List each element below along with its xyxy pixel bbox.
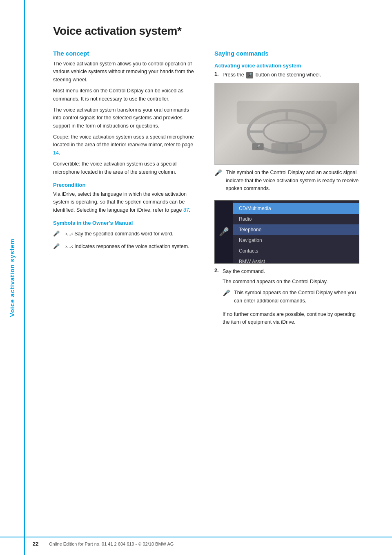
step-1-text: Press the 🎤 button on the steering wheel… <box>223 71 321 79</box>
sidebar-label: Voice activation system <box>0 0 24 555</box>
footer-text: Online Edition for Part no. 01 41 2 604 … <box>49 542 174 546</box>
main-content: Voice activation system* The concept The… <box>53 25 359 330</box>
step-2: 2. Say the command. <box>214 268 359 275</box>
symbol-text-2: ›...‹ Indicates responses of the voice a… <box>65 243 189 251</box>
menu-items-list: CD/Multimedia Radio Telephone Navigation… <box>233 201 359 263</box>
step-2-text: Say the command. <box>223 268 265 275</box>
concept-para-1: The voice activation system allows you t… <box>53 60 198 84</box>
page-number: 22 <box>33 541 45 547</box>
symbol-block-2: 🎤 This symbol appears on the Control Dis… <box>223 289 359 308</box>
menu-item-telephone: Telephone <box>233 224 359 235</box>
menu-item-cd: CD/Multimedia <box>233 203 359 214</box>
menu-item-radio: Radio <box>233 214 359 224</box>
menu-item-contacts: Contacts <box>233 246 359 256</box>
svg-text:🎤: 🎤 <box>256 145 261 150</box>
sidebar-text: Voice activation system <box>9 238 16 317</box>
symbol-block-1: 🎤 This symbol on the Control Display and… <box>214 169 359 196</box>
symbol-desc-1: This symbol on the Control Display and a… <box>226 169 359 192</box>
car-interior-svg: 🎤 <box>229 92 344 156</box>
symbol-text-1: ›...‹ Say the specified commands word fo… <box>65 230 174 238</box>
concept-para-4: Coupe: the voice activation system uses … <box>53 133 198 157</box>
menu-screenshot: 🎤 CD/Multimedia Radio Telephone Navigati… <box>214 200 359 264</box>
left-column: The concept The voice activation system … <box>53 50 198 330</box>
concept-para-3: The voice activation system transforms y… <box>53 106 198 130</box>
menu-mic-icon: 🎤 <box>219 227 229 237</box>
right-column: Saying commands Activating voice activat… <box>214 50 359 330</box>
step-2-para-1: The command appears on the Control Displ… <box>223 278 359 286</box>
symbol-row-2: 🎤 ›...‹ Indicates responses of the voice… <box>53 243 198 254</box>
link-page-87[interactable]: 87 <box>183 207 189 213</box>
svg-rect-9 <box>272 143 302 153</box>
svg-rect-6 <box>237 101 337 124</box>
mic-icon-2b: 🎤 <box>223 289 231 297</box>
concept-para-5: Convertible: the voice activation system… <box>53 160 198 176</box>
precondition-text: Via iDrive, select the language in which… <box>53 190 198 214</box>
concept-heading: The concept <box>53 50 198 57</box>
car-interior-image: 🎤 <box>214 83 359 165</box>
mic-icon-display: 🎤 <box>214 169 223 177</box>
step-2-para-3: If no further commands are possible, con… <box>223 311 359 327</box>
step-1-num: 1. <box>214 71 220 79</box>
symbols-heading: Symbols in the Owner's Manual <box>53 220 198 226</box>
symbol-row-1: 🎤 ›...‹ Say the specified commands word … <box>53 230 198 241</box>
steering-wheel-button: 🎤 <box>246 72 253 78</box>
saying-heading: Saying commands <box>214 50 359 57</box>
precondition-heading: Precondition <box>53 182 198 188</box>
menu-left-icon: 🎤 <box>215 201 233 263</box>
car-interior-inner: 🎤 <box>215 83 359 164</box>
activating-subheading: Activating voice activation system <box>214 63 359 69</box>
mic-icon-1: 🎤 <box>53 230 63 237</box>
page-wrapper: Voice activation system Voice activation… <box>0 0 392 555</box>
step-1: 1. Press the 🎤 button on the steering wh… <box>214 71 359 79</box>
page-title: Voice activation system* <box>53 25 359 38</box>
step-2-num: 2. <box>214 268 220 275</box>
concept-para-2: Most menu items on the Control Display c… <box>53 87 198 103</box>
two-column-layout: The concept The voice activation system … <box>53 50 359 330</box>
link-page-14[interactable]: 14 <box>53 150 59 156</box>
footer: 22 Online Edition for Part no. 01 41 2 6… <box>0 537 392 547</box>
mic-icon-2: 🎤 <box>53 243 63 249</box>
symbols-section: 🎤 ›...‹ Say the specified commands word … <box>53 230 198 254</box>
step-2-para-2: This symbol appears on the Control Displ… <box>234 289 359 305</box>
menu-item-bmw-assist: BMW Assist <box>233 256 359 264</box>
menu-item-navigation: Navigation <box>233 235 359 246</box>
